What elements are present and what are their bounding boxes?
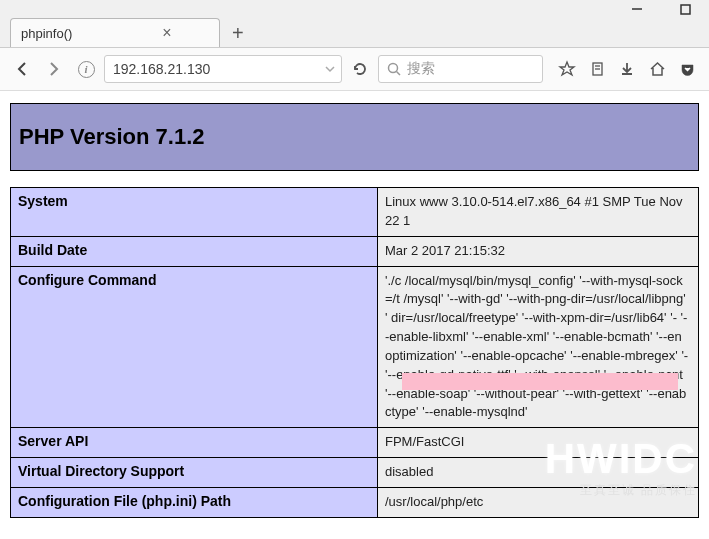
row-value: /usr/local/php/etc [378,488,699,518]
svg-point-2 [389,64,398,73]
info-icon: i [78,61,95,78]
bookmark-star-button[interactable] [553,55,581,83]
search-bar[interactable]: 搜索 [378,55,543,83]
minimize-button[interactable] [623,0,651,20]
row-value: disabled [378,458,699,488]
row-value: FPM/FastCGI [378,428,699,458]
dropdown-icon[interactable] [325,64,335,74]
downloads-button[interactable] [613,55,641,83]
row-value: Linux www 3.10.0-514.el7.x86_64 #1 SMP T… [378,187,699,237]
table-row: Configuration File (php.ini) Path/usr/lo… [10,488,699,518]
address-bar[interactable]: 192.168.21.130 [104,55,342,83]
table-row: Virtual Directory Supportdisabled [10,458,699,488]
row-key: Configuration File (php.ini) Path [10,488,378,518]
row-key: System [10,187,378,237]
row-value: Mar 2 2017 21:15:32 [378,237,699,267]
tab-phpinfo[interactable]: phpinfo() × [10,18,220,47]
row-key: Configure Command [10,267,378,429]
forward-button[interactable] [40,55,68,83]
table-row: Build DateMar 2 2017 21:15:32 [10,237,699,267]
back-button[interactable] [8,55,36,83]
library-button[interactable] [583,55,611,83]
table-row: SystemLinux www 3.10.0-514.el7.x86_64 #1… [10,187,699,237]
toolbar-right-icons [553,55,701,83]
php-version-header: PHP Version 7.1.2 [10,103,699,171]
tab-bar: phpinfo() × + [10,18,252,47]
maximize-button[interactable] [671,0,699,20]
table-row: Configure Command'./c /local/mysql/bin/m… [10,267,699,429]
pocket-button[interactable] [673,55,701,83]
new-tab-button[interactable]: + [224,19,252,47]
site-info-button[interactable]: i [72,55,100,83]
info-table: SystemLinux www 3.10.0-514.el7.x86_64 #1… [10,187,699,518]
search-icon [387,62,401,76]
window-controls [623,0,699,20]
navigation-toolbar: i 192.168.21.130 搜索 [0,47,709,91]
tab-close-icon[interactable]: × [162,25,171,41]
svg-rect-1 [681,5,690,14]
censored-region [402,373,678,390]
page-title: PHP Version 7.1.2 [19,124,690,150]
table-row: Server APIFPM/FastCGI [10,428,699,458]
tab-title: phpinfo() [21,26,72,41]
svg-line-3 [397,72,401,76]
page-content: PHP Version 7.1.2 SystemLinux www 3.10.0… [0,91,709,539]
browser-chrome-top: phpinfo() × + [0,0,709,47]
row-key: Server API [10,428,378,458]
row-key: Virtual Directory Support [10,458,378,488]
home-button[interactable] [643,55,671,83]
url-text: 192.168.21.130 [113,61,210,77]
reload-button[interactable] [346,55,374,83]
row-value: './c /local/mysql/bin/mysql_config' '--w… [378,267,699,429]
row-key: Build Date [10,237,378,267]
search-placeholder: 搜索 [407,60,435,78]
